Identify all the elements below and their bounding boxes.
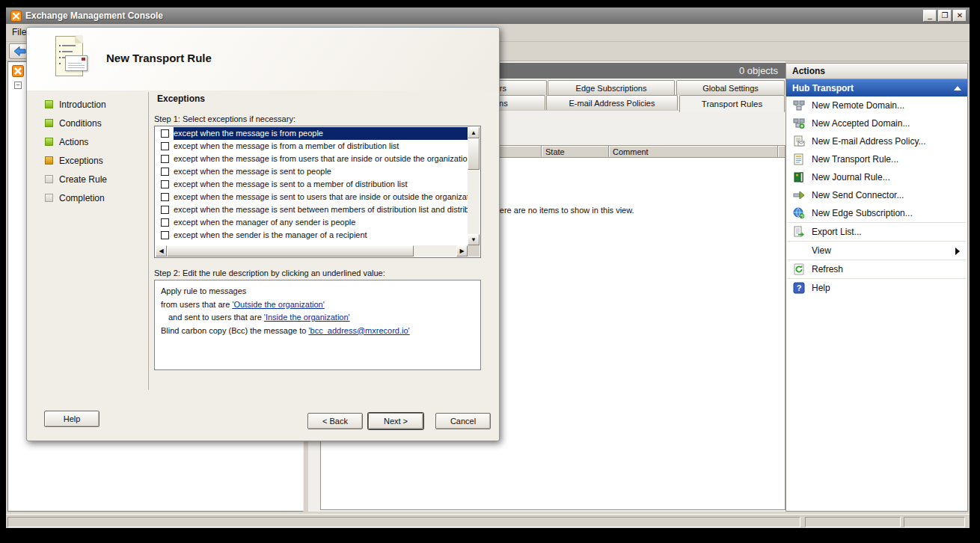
- exchange-root-node-icon[interactable]: [12, 65, 24, 80]
- new-transport-rule-dialog: New Transport Rule Introduction Conditio…: [26, 27, 500, 441]
- hub-transport-section-header[interactable]: Hub Transport: [786, 79, 967, 96]
- scrollbar-thumb[interactable]: [468, 138, 480, 170]
- scroll-down-icon[interactable]: ▼: [468, 234, 480, 245]
- checkbox[interactable]: [161, 142, 169, 150]
- wizard-steps: Introduction Conditions Actions Exceptio…: [45, 95, 146, 207]
- scrollbar-thumb[interactable]: [167, 245, 414, 257]
- step-completion[interactable]: Completion: [45, 188, 146, 207]
- checkbox[interactable]: [161, 155, 169, 163]
- step-create-rule[interactable]: Create Rule: [45, 170, 146, 188]
- exception-row[interactable]: except when the sender is the manager of…: [156, 229, 468, 242]
- status-section: [7, 517, 800, 527]
- checkbox[interactable]: [161, 218, 169, 227]
- exceptions-listbox[interactable]: except when the message is from people e…: [154, 126, 481, 258]
- exception-row[interactable]: except when the message is sent between …: [156, 203, 468, 216]
- minimize-button[interactable]: _: [923, 10, 937, 22]
- steps-divider: [148, 92, 149, 390]
- export-list-icon: [793, 226, 805, 238]
- step2-label: Step 2: Edit the rule description by cli…: [154, 269, 481, 277]
- column-header-comment[interactable]: Comment: [609, 146, 778, 157]
- scroll-left-icon[interactable]: ◀: [156, 245, 167, 257]
- close-button[interactable]: ✕: [953, 10, 967, 22]
- column-header-state[interactable]: State: [542, 146, 609, 157]
- outside-organization-link[interactable]: 'Outside the organization': [232, 300, 324, 309]
- tab-edge-subscriptions[interactable]: Edge Subscriptions: [548, 80, 675, 95]
- action-new-journal-rule[interactable]: New Journal Rule...: [786, 168, 967, 186]
- action-new-transport-rule[interactable]: New Transport Rule...: [786, 150, 967, 168]
- exchange-logo-icon: [10, 10, 22, 22]
- collapse-section-icon[interactable]: [954, 86, 961, 90]
- dialog-title: New Transport Rule: [106, 52, 212, 64]
- action-export-list[interactable]: Export List...: [786, 223, 967, 241]
- restore-button[interactable]: ❐: [938, 10, 952, 22]
- action-new-remote-domain[interactable]: New Remote Domain...: [786, 96, 967, 114]
- action-new-send-connector[interactable]: New Send Connector...: [786, 186, 967, 204]
- actions-panel-title: Actions: [786, 64, 967, 79]
- rule-line: Apply rule to messages: [161, 285, 474, 298]
- transport-rule-icon: [793, 153, 805, 165]
- action-refresh[interactable]: Refresh: [786, 260, 967, 278]
- email-address-policy-icon: [793, 135, 805, 147]
- title-bar[interactable]: Exchange Management Console _ ❐ ✕: [6, 7, 970, 24]
- empty-view-text: There are no items to show in this view.: [490, 206, 634, 215]
- scrollbar-corner: [468, 245, 480, 257]
- cancel-button[interactable]: Cancel: [435, 413, 491, 429]
- checkbox[interactable]: [161, 180, 169, 188]
- help-button[interactable]: Help: [44, 411, 99, 427]
- tree-collapse-toggle[interactable]: −: [14, 82, 22, 89]
- checkbox[interactable]: [161, 231, 169, 239]
- exception-row[interactable]: except when the manager of any sender is…: [156, 216, 468, 229]
- dialog-content: Exceptions Step 1: Select exceptions if …: [154, 90, 481, 370]
- step-done-icon: [45, 119, 53, 127]
- help-icon: ?: [793, 282, 805, 294]
- svg-text:?: ?: [797, 283, 802, 292]
- step-conditions[interactable]: Conditions: [45, 114, 146, 132]
- rule-line: Blind carbon copy (Bcc) the message to '…: [161, 325, 474, 338]
- step-current-icon: [45, 156, 53, 165]
- back-button[interactable]: < Back: [307, 413, 363, 429]
- rule-description-box: Apply rule to messages from users that a…: [154, 280, 481, 370]
- scroll-up-icon[interactable]: ▲: [468, 127, 480, 138]
- tab-global-settings[interactable]: Global Settings: [676, 80, 785, 95]
- tab-transport-rules[interactable]: Transport Rules: [679, 95, 785, 112]
- action-new-email-address-policy[interactable]: New E-mail Address Policy...: [786, 132, 967, 150]
- step-pending-icon: [45, 194, 53, 202]
- checkbox[interactable]: [161, 206, 169, 214]
- status-section: [904, 517, 965, 527]
- exception-row[interactable]: except when the message is sent to a mem…: [156, 178, 468, 191]
- refresh-icon: [793, 263, 805, 275]
- checkbox[interactable]: [161, 168, 169, 176]
- exception-row[interactable]: except when the message is from users th…: [156, 153, 468, 165]
- action-view[interactable]: View: [786, 242, 967, 260]
- back-arrow-icon: [13, 46, 26, 57]
- section-title: Exceptions: [157, 93, 481, 104]
- step-introduction[interactable]: Introduction: [45, 95, 146, 114]
- bcc-address-link[interactable]: 'bcc_address@mxrecord.io': [308, 326, 409, 335]
- exception-row[interactable]: except when the message is sent to users…: [156, 191, 468, 203]
- inside-organization-link[interactable]: 'Inside the organization': [264, 313, 350, 322]
- status-bar: [6, 514, 970, 528]
- step-exceptions[interactable]: Exceptions: [45, 151, 146, 170]
- checkbox[interactable]: [161, 129, 169, 138]
- send-connector-icon: [793, 189, 805, 201]
- horizontal-scrollbar[interactable]: ◀ ▶: [156, 245, 468, 257]
- actions-panel: Actions Hub Transport New Remote Domain.…: [785, 63, 968, 512]
- window-title: Exchange Management Console: [25, 10, 922, 21]
- step-actions[interactable]: Actions: [45, 132, 146, 151]
- action-help[interactable]: ? Help: [786, 279, 967, 297]
- rule-line: from users that are 'Outside the organiz…: [161, 298, 474, 312]
- vertical-scrollbar[interactable]: ▲ ▼: [468, 127, 480, 245]
- checkbox[interactable]: [161, 193, 169, 201]
- exception-row[interactable]: except when the message is from a member…: [156, 140, 468, 153]
- exception-row[interactable]: except when the message is from people: [156, 127, 468, 140]
- remote-domain-icon: [793, 99, 805, 111]
- edge-subscription-icon: [793, 207, 805, 219]
- accepted-domain-icon: [793, 117, 805, 129]
- next-button[interactable]: Next >: [368, 413, 423, 429]
- exception-row[interactable]: except when the message is sent to peopl…: [156, 165, 468, 178]
- object-count: 0 objects: [739, 65, 778, 76]
- tab-email-address-policies[interactable]: E-mail Address Policies: [546, 95, 678, 110]
- scroll-right-icon[interactable]: ▶: [456, 245, 468, 257]
- action-new-accepted-domain[interactable]: New Accepted Domain...: [786, 114, 967, 132]
- action-new-edge-subscription[interactable]: New Edge Subscription...: [786, 204, 967, 222]
